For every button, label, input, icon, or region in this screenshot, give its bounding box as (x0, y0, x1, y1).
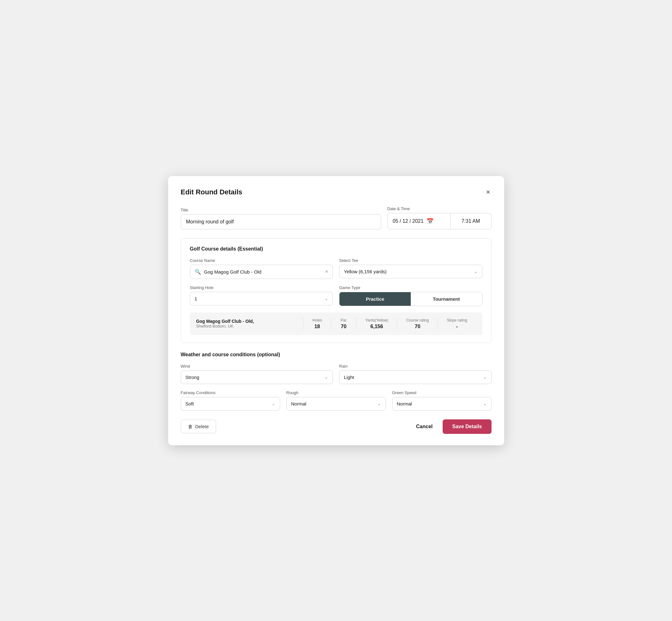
chevron-down-icon: ⌄ (474, 269, 478, 274)
title-input[interactable] (181, 214, 381, 230)
slope-rating-value: - (456, 324, 458, 329)
starting-hole-dropdown[interactable]: 1 ⌄ (190, 292, 333, 305)
select-tee-value: Yellow (6,156 yards) (344, 269, 386, 274)
select-tee-label: Select Tee (339, 258, 482, 263)
cancel-button[interactable]: Cancel (414, 420, 435, 433)
rain-value: Light (344, 375, 354, 380)
save-button[interactable]: Save Details (443, 419, 491, 434)
course-info-row: Gog Magog Golf Club - Old, Shelford Bott… (190, 313, 482, 335)
select-tee-group: Select Tee Yellow (6,156 yards) ⌄ (339, 258, 482, 279)
fairway-value: Soft (185, 401, 194, 406)
slope-rating-stat: Slope rating - (437, 318, 476, 329)
green-speed-label: Green Speed (392, 390, 492, 395)
holes-value: 18 (314, 324, 320, 329)
wind-label: Wind (181, 364, 333, 369)
starting-hole-value: 1 (195, 296, 197, 301)
starting-hole-group: Starting Hole 1 ⌄ (190, 285, 333, 306)
rough-label: Rough (287, 390, 386, 395)
course-name-input[interactable]: 🔍 Gog Magog Golf Club - Old × (190, 265, 333, 279)
time-value: 7:31 AM (462, 218, 480, 224)
datetime-label: Date & Time (387, 206, 492, 211)
search-icon: 🔍 (195, 269, 201, 275)
clear-icon[interactable]: × (325, 269, 328, 275)
rain-group: Rain Light ⌄ (339, 364, 492, 384)
par-stat: Par 70 (331, 318, 356, 329)
fairway-group: Fairway Conditions Soft ⌄ (181, 390, 280, 411)
rain-dropdown[interactable]: Light ⌄ (339, 370, 492, 384)
starting-hole-label: Starting Hole (190, 285, 333, 290)
practice-button[interactable]: Practice (339, 292, 411, 306)
par-value: 70 (341, 324, 346, 329)
course-name-group: Course Name 🔍 Gog Magog Golf Club - Old … (190, 258, 333, 279)
fairway-dropdown[interactable]: Soft ⌄ (181, 397, 280, 411)
close-button[interactable]: × (485, 188, 492, 197)
golf-course-title: Golf Course details (Essential) (190, 246, 482, 252)
weather-title: Weather and course conditions (optional) (181, 352, 492, 358)
golf-course-section: Golf Course details (Essential) Course N… (181, 238, 492, 343)
game-type-label: Game Type (339, 285, 482, 290)
chevron-down-icon-5: ⌄ (271, 401, 276, 406)
time-field[interactable]: 7:31 AM (451, 213, 492, 230)
rain-label: Rain (339, 364, 492, 369)
calendar-icon: 📅 (426, 218, 433, 225)
chevron-down-icon-4: ⌄ (483, 375, 487, 380)
course-rating-stat: Course rating 70 (397, 318, 437, 329)
wind-group: Wind Strong ⌄ (181, 364, 333, 384)
select-tee-dropdown[interactable]: Yellow (6,156 yards) ⌄ (339, 265, 482, 278)
trash-icon: 🗑 (188, 424, 193, 429)
title-input-wrapper (181, 214, 381, 230)
rough-dropdown[interactable]: Normal ⌄ (287, 397, 386, 411)
course-rating-value: 70 (415, 324, 421, 329)
course-name-value: Gog Magog Golf Club - Old (204, 269, 322, 275)
title-datetime-row: Title Date & Time 05 / 12 / 2021 📅 7:31 … (181, 206, 492, 230)
green-speed-value: Normal (397, 401, 412, 406)
datetime-field-group: Date & Time 05 / 12 / 2021 📅 7:31 AM (387, 206, 492, 230)
yards-stat: Yards(Yellow) 6,156 (356, 318, 397, 329)
datetime-group: Date & Time 05 / 12 / 2021 📅 7:31 AM (387, 206, 492, 230)
yards-value: 6,156 (370, 324, 383, 329)
date-field[interactable]: 05 / 12 / 2021 📅 (387, 213, 451, 230)
edit-round-modal: Edit Round Details × Title Date & Time 0… (168, 176, 504, 445)
course-full-name: Gog Magog Golf Club - Old, (196, 319, 303, 324)
rough-group: Rough Normal ⌄ (287, 390, 386, 411)
weather-section: Weather and course conditions (optional)… (181, 352, 492, 411)
holes-stat: Holes 18 (303, 318, 331, 329)
game-type-group: Game Type Practice Tournament (339, 285, 482, 306)
title-field-group: Title (181, 208, 381, 230)
holes-label: Holes (312, 318, 322, 323)
rough-value: Normal (291, 401, 306, 406)
fairway-rough-green-row: Fairway Conditions Soft ⌄ Rough Normal ⌄… (181, 390, 492, 411)
course-name-label: Course Name (190, 258, 333, 263)
fairway-label: Fairway Conditions (181, 390, 280, 395)
chevron-down-icon-6: ⌄ (377, 401, 381, 406)
yards-label: Yards(Yellow) (365, 318, 388, 323)
course-name-tee-row: Course Name 🔍 Gog Magog Golf Club - Old … (190, 258, 482, 279)
modal-title: Edit Round Details (181, 188, 243, 196)
par-label: Par (341, 318, 347, 323)
green-speed-dropdown[interactable]: Normal ⌄ (392, 397, 492, 411)
delete-button[interactable]: 🗑 Delete (181, 420, 216, 433)
green-speed-group: Green Speed Normal ⌄ (392, 390, 492, 411)
modal-footer: 🗑 Delete Cancel Save Details (181, 419, 492, 434)
title-label: Title (181, 208, 381, 212)
delete-label: Delete (195, 424, 209, 429)
wind-value: Strong (185, 375, 199, 380)
course-location: Shelford Bottom, UK (196, 324, 303, 329)
starting-hole-game-type-row: Starting Hole 1 ⌄ Game Type Practice Tou… (190, 285, 482, 306)
modal-header: Edit Round Details × (181, 188, 492, 197)
course-info-name-location: Gog Magog Golf Club - Old, Shelford Bott… (196, 319, 303, 329)
game-type-toggle: Practice Tournament (339, 292, 482, 306)
date-value: 05 / 12 / 2021 (393, 218, 424, 224)
datetime-inputs: 05 / 12 / 2021 📅 7:31 AM (387, 213, 492, 230)
chevron-down-icon-2: ⌄ (324, 296, 328, 301)
title-group: Title (181, 208, 381, 230)
tournament-button[interactable]: Tournament (411, 292, 482, 306)
wind-rain-row: Wind Strong ⌄ Rain Light ⌄ (181, 364, 492, 384)
footer-right: Cancel Save Details (414, 419, 492, 434)
wind-dropdown[interactable]: Strong ⌄ (181, 370, 333, 384)
chevron-down-icon-3: ⌄ (324, 375, 328, 380)
slope-rating-label: Slope rating (447, 318, 467, 323)
course-rating-label: Course rating (406, 318, 429, 323)
chevron-down-icon-7: ⌄ (483, 401, 487, 406)
